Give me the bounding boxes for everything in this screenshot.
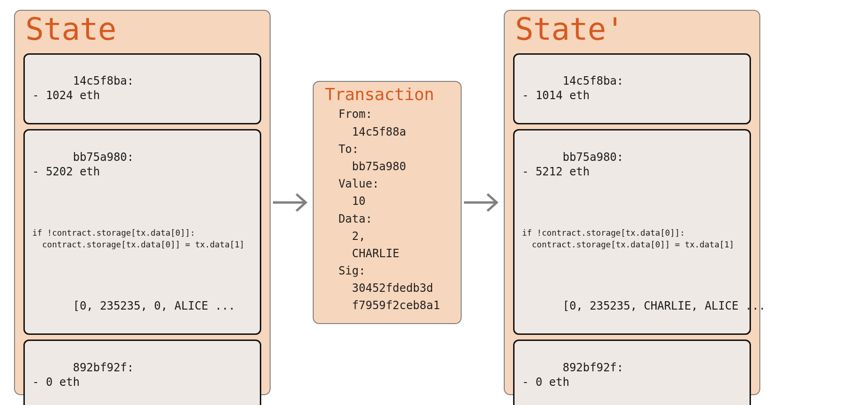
account-header: 892bf92f: - 0 eth bbox=[32, 361, 134, 389]
account-code: if !contract.storage[tx.data[0]]: contra… bbox=[32, 227, 252, 250]
account-box: bb75a980: - 5212 eth if !contract.storag… bbox=[513, 129, 751, 335]
arrow-right bbox=[462, 188, 504, 217]
state-panel-left: State 14c5f8ba: - 1024 eth bb75a980: - 5… bbox=[14, 10, 271, 395]
account-box: bb75a980: - 5202 eth if !contract.storag… bbox=[23, 129, 261, 335]
transaction-panel: Transaction From: 14c5f88a To: bb75a980 … bbox=[313, 81, 462, 324]
account-header: bb75a980: - 5202 eth bbox=[32, 151, 134, 178]
transaction-title: Transaction bbox=[325, 85, 449, 104]
state-right-title: State' bbox=[515, 13, 751, 47]
arrow-icon bbox=[464, 188, 501, 217]
arrow-icon bbox=[273, 188, 310, 217]
account-storage: [0, 235235, CHARLIE, ALICE ... bbox=[563, 299, 765, 312]
transaction-body: From: 14c5f88a To: bb75a980 Value: 10 Da… bbox=[325, 106, 449, 314]
account-header: 892bf92f: - 0 eth bbox=[522, 361, 624, 389]
arrow-left bbox=[271, 188, 313, 217]
account-storage: [0, 235235, 0, ALICE ... bbox=[73, 299, 235, 312]
account-box: 14c5f8ba: - 1014 eth bbox=[513, 53, 751, 125]
account-header: 14c5f8ba: - 1024 eth bbox=[32, 74, 134, 102]
state-panel-right: State' 14c5f8ba: - 1014 eth bb75a980: - … bbox=[504, 10, 760, 395]
state-left-title: State bbox=[25, 13, 261, 47]
account-code: if !contract.storage[tx.data[0]]: contra… bbox=[522, 227, 742, 250]
account-box: 14c5f8ba: - 1024 eth bbox=[23, 53, 261, 125]
account-header: bb75a980: - 5212 eth bbox=[522, 151, 624, 178]
account-header: 14c5f8ba: - 1014 eth bbox=[522, 74, 624, 102]
account-box: 892bf92f: - 0 eth send(tx.value / 3, con… bbox=[513, 340, 751, 405]
account-box: 892bf92f: - 0 eth send(tx.value / 3, con… bbox=[23, 340, 261, 405]
